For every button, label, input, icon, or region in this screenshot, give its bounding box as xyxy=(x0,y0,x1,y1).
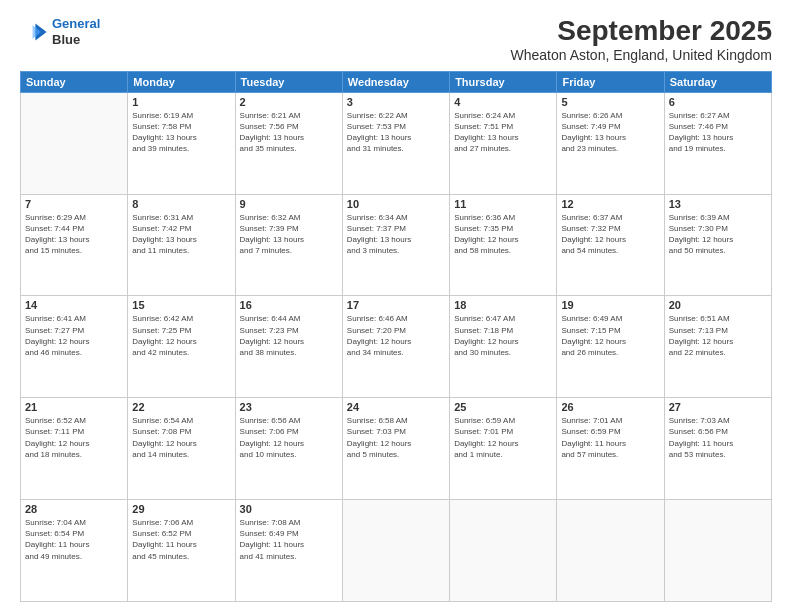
day-number: 24 xyxy=(347,401,445,413)
week-row-0: 1Sunrise: 6:19 AM Sunset: 7:58 PM Daylig… xyxy=(21,92,772,194)
day-info: Sunrise: 6:34 AM Sunset: 7:37 PM Dayligh… xyxy=(347,212,445,257)
day-info: Sunrise: 6:56 AM Sunset: 7:06 PM Dayligh… xyxy=(240,415,338,460)
logo-icon xyxy=(20,18,48,46)
day-cell: 5Sunrise: 6:26 AM Sunset: 7:49 PM Daylig… xyxy=(557,92,664,194)
day-info: Sunrise: 6:27 AM Sunset: 7:46 PM Dayligh… xyxy=(669,110,767,155)
day-number: 15 xyxy=(132,299,230,311)
day-number: 14 xyxy=(25,299,123,311)
weekday-thursday: Thursday xyxy=(450,71,557,92)
weekday-monday: Monday xyxy=(128,71,235,92)
day-info: Sunrise: 7:06 AM Sunset: 6:52 PM Dayligh… xyxy=(132,517,230,562)
day-number: 6 xyxy=(669,96,767,108)
day-info: Sunrise: 6:46 AM Sunset: 7:20 PM Dayligh… xyxy=(347,313,445,358)
day-info: Sunrise: 6:54 AM Sunset: 7:08 PM Dayligh… xyxy=(132,415,230,460)
day-cell: 13Sunrise: 6:39 AM Sunset: 7:30 PM Dayli… xyxy=(664,194,771,296)
day-number: 28 xyxy=(25,503,123,515)
day-number: 3 xyxy=(347,96,445,108)
logo: General Blue xyxy=(20,16,100,47)
day-cell: 26Sunrise: 7:01 AM Sunset: 6:59 PM Dayli… xyxy=(557,398,664,500)
calendar-body: 1Sunrise: 6:19 AM Sunset: 7:58 PM Daylig… xyxy=(21,92,772,601)
day-info: Sunrise: 6:42 AM Sunset: 7:25 PM Dayligh… xyxy=(132,313,230,358)
day-cell xyxy=(664,500,771,602)
day-number: 27 xyxy=(669,401,767,413)
day-cell: 15Sunrise: 6:42 AM Sunset: 7:25 PM Dayli… xyxy=(128,296,235,398)
weekday-header: SundayMondayTuesdayWednesdayThursdayFrid… xyxy=(21,71,772,92)
day-cell: 20Sunrise: 6:51 AM Sunset: 7:13 PM Dayli… xyxy=(664,296,771,398)
day-cell xyxy=(450,500,557,602)
day-info: Sunrise: 6:51 AM Sunset: 7:13 PM Dayligh… xyxy=(669,313,767,358)
day-cell: 4Sunrise: 6:24 AM Sunset: 7:51 PM Daylig… xyxy=(450,92,557,194)
page: General Blue September 2025 Wheaton Asto… xyxy=(0,0,792,612)
day-number: 1 xyxy=(132,96,230,108)
day-cell: 16Sunrise: 6:44 AM Sunset: 7:23 PM Dayli… xyxy=(235,296,342,398)
day-info: Sunrise: 6:41 AM Sunset: 7:27 PM Dayligh… xyxy=(25,313,123,358)
day-number: 11 xyxy=(454,198,552,210)
day-number: 5 xyxy=(561,96,659,108)
day-cell xyxy=(21,92,128,194)
day-number: 17 xyxy=(347,299,445,311)
day-number: 21 xyxy=(25,401,123,413)
day-info: Sunrise: 6:26 AM Sunset: 7:49 PM Dayligh… xyxy=(561,110,659,155)
day-cell: 1Sunrise: 6:19 AM Sunset: 7:58 PM Daylig… xyxy=(128,92,235,194)
day-cell: 2Sunrise: 6:21 AM Sunset: 7:56 PM Daylig… xyxy=(235,92,342,194)
day-info: Sunrise: 6:52 AM Sunset: 7:11 PM Dayligh… xyxy=(25,415,123,460)
day-number: 29 xyxy=(132,503,230,515)
day-info: Sunrise: 7:08 AM Sunset: 6:49 PM Dayligh… xyxy=(240,517,338,562)
logo-text: General Blue xyxy=(52,16,100,47)
calendar: SundayMondayTuesdayWednesdayThursdayFrid… xyxy=(20,71,772,602)
week-row-3: 21Sunrise: 6:52 AM Sunset: 7:11 PM Dayli… xyxy=(21,398,772,500)
weekday-wednesday: Wednesday xyxy=(342,71,449,92)
day-info: Sunrise: 7:04 AM Sunset: 6:54 PM Dayligh… xyxy=(25,517,123,562)
day-number: 2 xyxy=(240,96,338,108)
day-number: 18 xyxy=(454,299,552,311)
day-number: 13 xyxy=(669,198,767,210)
day-number: 4 xyxy=(454,96,552,108)
day-info: Sunrise: 6:49 AM Sunset: 7:15 PM Dayligh… xyxy=(561,313,659,358)
weekday-sunday: Sunday xyxy=(21,71,128,92)
day-cell: 14Sunrise: 6:41 AM Sunset: 7:27 PM Dayli… xyxy=(21,296,128,398)
day-number: 7 xyxy=(25,198,123,210)
day-info: Sunrise: 6:19 AM Sunset: 7:58 PM Dayligh… xyxy=(132,110,230,155)
day-cell: 9Sunrise: 6:32 AM Sunset: 7:39 PM Daylig… xyxy=(235,194,342,296)
day-cell: 28Sunrise: 7:04 AM Sunset: 6:54 PM Dayli… xyxy=(21,500,128,602)
day-number: 12 xyxy=(561,198,659,210)
day-cell: 27Sunrise: 7:03 AM Sunset: 6:56 PM Dayli… xyxy=(664,398,771,500)
day-number: 26 xyxy=(561,401,659,413)
day-number: 8 xyxy=(132,198,230,210)
day-info: Sunrise: 6:21 AM Sunset: 7:56 PM Dayligh… xyxy=(240,110,338,155)
day-number: 20 xyxy=(669,299,767,311)
day-cell xyxy=(557,500,664,602)
week-row-4: 28Sunrise: 7:04 AM Sunset: 6:54 PM Dayli… xyxy=(21,500,772,602)
day-info: Sunrise: 6:36 AM Sunset: 7:35 PM Dayligh… xyxy=(454,212,552,257)
day-number: 9 xyxy=(240,198,338,210)
day-info: Sunrise: 6:58 AM Sunset: 7:03 PM Dayligh… xyxy=(347,415,445,460)
day-info: Sunrise: 6:47 AM Sunset: 7:18 PM Dayligh… xyxy=(454,313,552,358)
day-info: Sunrise: 7:03 AM Sunset: 6:56 PM Dayligh… xyxy=(669,415,767,460)
title-block: September 2025 Wheaton Aston, England, U… xyxy=(510,16,772,63)
day-info: Sunrise: 6:29 AM Sunset: 7:44 PM Dayligh… xyxy=(25,212,123,257)
day-info: Sunrise: 6:22 AM Sunset: 7:53 PM Dayligh… xyxy=(347,110,445,155)
day-cell: 29Sunrise: 7:06 AM Sunset: 6:52 PM Dayli… xyxy=(128,500,235,602)
day-info: Sunrise: 6:31 AM Sunset: 7:42 PM Dayligh… xyxy=(132,212,230,257)
day-number: 25 xyxy=(454,401,552,413)
day-number: 10 xyxy=(347,198,445,210)
day-number: 30 xyxy=(240,503,338,515)
day-info: Sunrise: 6:24 AM Sunset: 7:51 PM Dayligh… xyxy=(454,110,552,155)
week-row-1: 7Sunrise: 6:29 AM Sunset: 7:44 PM Daylig… xyxy=(21,194,772,296)
header: General Blue September 2025 Wheaton Asto… xyxy=(20,16,772,63)
day-info: Sunrise: 6:37 AM Sunset: 7:32 PM Dayligh… xyxy=(561,212,659,257)
day-number: 22 xyxy=(132,401,230,413)
day-cell: 3Sunrise: 6:22 AM Sunset: 7:53 PM Daylig… xyxy=(342,92,449,194)
day-cell: 21Sunrise: 6:52 AM Sunset: 7:11 PM Dayli… xyxy=(21,398,128,500)
weekday-tuesday: Tuesday xyxy=(235,71,342,92)
day-cell: 18Sunrise: 6:47 AM Sunset: 7:18 PM Dayli… xyxy=(450,296,557,398)
day-info: Sunrise: 6:39 AM Sunset: 7:30 PM Dayligh… xyxy=(669,212,767,257)
day-cell: 7Sunrise: 6:29 AM Sunset: 7:44 PM Daylig… xyxy=(21,194,128,296)
day-cell: 8Sunrise: 6:31 AM Sunset: 7:42 PM Daylig… xyxy=(128,194,235,296)
weekday-saturday: Saturday xyxy=(664,71,771,92)
day-info: Sunrise: 6:59 AM Sunset: 7:01 PM Dayligh… xyxy=(454,415,552,460)
day-cell: 23Sunrise: 6:56 AM Sunset: 7:06 PM Dayli… xyxy=(235,398,342,500)
day-cell: 12Sunrise: 6:37 AM Sunset: 7:32 PM Dayli… xyxy=(557,194,664,296)
day-info: Sunrise: 7:01 AM Sunset: 6:59 PM Dayligh… xyxy=(561,415,659,460)
day-cell: 25Sunrise: 6:59 AM Sunset: 7:01 PM Dayli… xyxy=(450,398,557,500)
